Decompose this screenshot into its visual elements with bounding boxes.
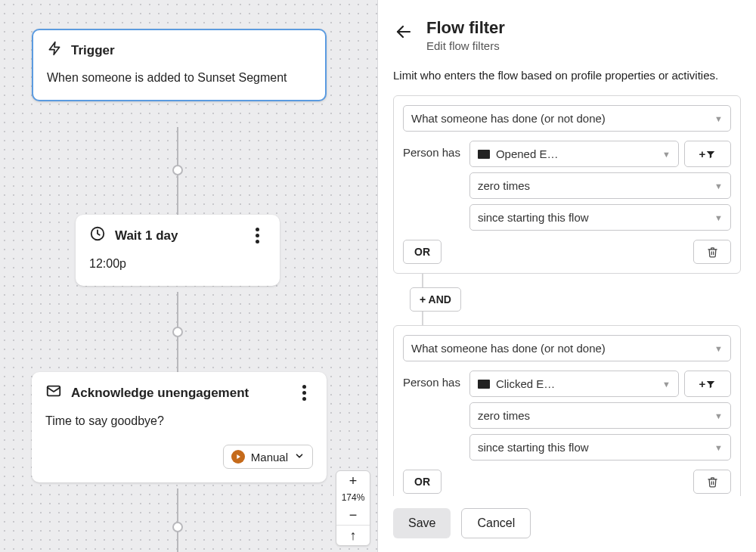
email-status-select[interactable]: Manual [223, 445, 313, 469]
panel-description: Limit who enters the flow based on profi… [393, 69, 741, 82]
filter-group: What someone has done (or not done) ▼ Pe… [393, 95, 741, 274]
person-has-label: Person has [403, 141, 460, 159]
email-subject: Time to say goodbye? [45, 412, 313, 430]
caret-down-icon: ▼ [714, 411, 723, 420]
timeframe-select[interactable]: since starting this flow ▼ [469, 434, 731, 461]
panel-subtitle: Edit flow filters [426, 39, 505, 52]
connector-line [177, 488, 178, 552]
and-connector-line [422, 312, 423, 325]
person-has-label: Person has [403, 371, 460, 389]
metric-select[interactable]: Opened E… ▼ [469, 141, 679, 167]
email-menu-button[interactable] [295, 384, 313, 402]
status-dot-icon [231, 450, 245, 464]
email-status-label: Manual [251, 451, 288, 464]
connector-port[interactable] [172, 522, 183, 532]
filter-icon [705, 149, 716, 160]
caret-down-icon: ▼ [714, 213, 723, 222]
delete-group-button[interactable] [693, 470, 731, 494]
caret-down-icon: ▼ [714, 114, 723, 123]
flow-canvas[interactable]: Trigger When someone is added to Sunset … [0, 0, 378, 552]
condition-type-select[interactable]: What someone has done (or not done) ▼ [403, 335, 731, 361]
wait-node[interactable]: Wait 1 day 12:00p [76, 215, 280, 286]
panel-title: Flow filter [426, 18, 505, 38]
wait-title: Wait 1 day [115, 228, 178, 243]
caret-down-icon: ▼ [662, 380, 671, 389]
bolt-icon [47, 41, 62, 60]
wait-menu-button[interactable] [248, 227, 266, 245]
email-icon [45, 383, 62, 403]
trigger-node[interactable]: Trigger When someone is added to Sunset … [32, 29, 327, 101]
connector-port[interactable] [172, 327, 183, 337]
save-button[interactable]: Save [393, 508, 451, 538]
trigger-title: Trigger [71, 43, 115, 58]
condition-type-select[interactable]: What someone has done (or not done) ▼ [403, 105, 731, 132]
zoom-percent: 174% [336, 491, 370, 505]
connector-port[interactable] [172, 165, 183, 175]
count-select[interactable]: zero times ▼ [469, 402, 731, 429]
trash-icon [707, 247, 718, 258]
add-property-filter-button[interactable]: + [684, 141, 731, 167]
metric-icon [478, 150, 490, 159]
wait-time: 12:00p [89, 255, 266, 272]
filter-icon [705, 379, 716, 389]
and-button[interactable]: + AND [410, 287, 461, 312]
zoom-reset-button[interactable]: ↑ [336, 525, 370, 545]
cancel-button[interactable]: Cancel [461, 508, 531, 538]
back-button[interactable] [393, 21, 414, 42]
zoom-controls: + 174% − ↑ [336, 470, 370, 546]
caret-down-icon: ▼ [714, 181, 723, 191]
metric-icon [478, 380, 490, 389]
timeframe-select[interactable]: since starting this flow ▼ [469, 204, 731, 231]
email-node[interactable]: Acknowledge unengagement Time to say goo… [32, 372, 327, 482]
filter-group: What someone has done (or not done) ▼ Pe… [393, 325, 741, 496]
zoom-in-button[interactable]: + [336, 471, 370, 491]
caret-down-icon: ▼ [662, 150, 671, 159]
caret-down-icon: ▼ [714, 344, 723, 353]
metric-select[interactable]: Clicked E… ▼ [469, 371, 679, 397]
and-connector-line [422, 274, 423, 287]
add-property-filter-button[interactable]: + [684, 371, 731, 397]
delete-group-button[interactable] [693, 240, 731, 264]
zoom-out-button[interactable]: − [336, 505, 370, 525]
or-button[interactable]: OR [403, 470, 442, 494]
or-button[interactable]: OR [403, 240, 442, 264]
chevron-down-icon [294, 451, 305, 464]
trigger-description: When someone is added to Sunset Segment [47, 69, 311, 86]
caret-down-icon: ▼ [714, 443, 723, 452]
count-select[interactable]: zero times ▼ [469, 172, 731, 199]
trash-icon [707, 476, 718, 488]
clock-icon [89, 225, 106, 246]
email-title: Acknowledge unengagement [71, 386, 249, 401]
flow-filter-panel: Flow filter Edit flow filters Limit who … [378, 0, 756, 552]
